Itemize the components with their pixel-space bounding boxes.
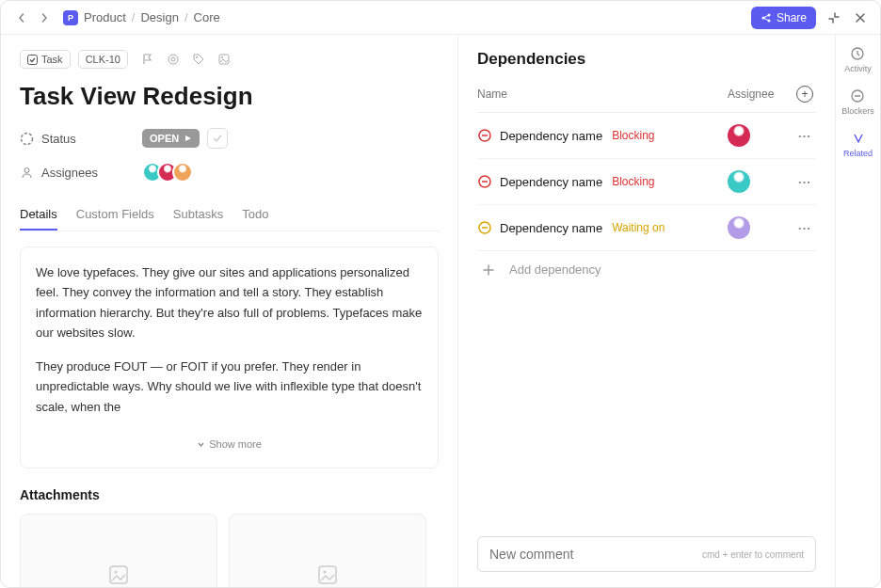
tab-todo[interactable]: Todo	[242, 199, 268, 230]
target-icon[interactable]	[167, 53, 181, 67]
dep-col-name: Name	[477, 87, 728, 101]
tag-icon[interactable]	[192, 53, 206, 67]
comment-hint: cmd + enter to comment	[702, 549, 804, 560]
dependency-name: Dependency name	[500, 175, 602, 189]
dependency-status: Blocking	[612, 129, 654, 142]
activity-icon	[850, 46, 865, 61]
related-icon	[851, 131, 866, 146]
dependency-row[interactable]: Dependency name Blocking ···	[477, 159, 816, 205]
assignees-label: Assignees	[20, 166, 142, 180]
dep-col-assignee: Assignee	[728, 87, 793, 101]
add-dependency-button[interactable]: +	[796, 86, 813, 103]
attachment-placeholder[interactable]	[20, 514, 217, 587]
nav-back-button[interactable]	[12, 8, 31, 27]
share-icon	[761, 12, 772, 24]
dependency-name: Dependency name	[500, 221, 602, 235]
rail-blockers[interactable]: Blockers	[841, 88, 874, 116]
blocker-icon	[477, 174, 500, 189]
flag-icon[interactable]	[141, 53, 155, 67]
right-rail: Activity Blockers Related	[835, 35, 880, 587]
attachments-title: Attachments	[20, 487, 439, 502]
description-para: They produce FOUT — or FOIT if you prefe…	[36, 357, 423, 417]
description-para: We love typefaces. They give our sites a…	[36, 262, 423, 343]
breadcrumb-core[interactable]: Core	[194, 10, 220, 24]
svg-rect-3	[28, 55, 38, 64]
play-icon	[184, 135, 192, 142]
status-icon	[20, 132, 34, 146]
task-type-chip[interactable]: Task	[20, 50, 71, 69]
blocker-icon	[477, 220, 500, 235]
comment-input[interactable]	[489, 547, 702, 562]
tab-subtasks[interactable]: Subtasks	[173, 199, 223, 230]
image-placeholder-icon	[108, 564, 129, 585]
dependency-name: Dependency name	[500, 129, 602, 143]
svg-point-5	[171, 57, 175, 61]
plus-icon	[483, 264, 494, 276]
share-button[interactable]: Share	[751, 7, 816, 29]
person-icon	[20, 166, 34, 180]
more-icon[interactable]: ···	[793, 175, 816, 189]
close-icon[interactable]	[852, 9, 869, 26]
dependency-status: Blocking	[612, 175, 654, 188]
svg-rect-7	[219, 55, 229, 64]
status-label: Status	[20, 132, 142, 146]
collapse-icon[interactable]	[825, 9, 842, 26]
status-complete-checkbox[interactable]	[207, 128, 228, 149]
dependencies-pane: Dependencies Name Assignee + Dependency …	[457, 35, 835, 587]
svg-point-14	[324, 571, 327, 574]
avatar[interactable]	[728, 216, 750, 239]
task-check-icon	[27, 55, 38, 65]
assignee-avatars[interactable]	[142, 162, 193, 183]
dependency-row[interactable]: Dependency name Blocking ···	[477, 113, 816, 159]
description-box[interactable]: We love typefaces. They give our sites a…	[20, 246, 439, 469]
dependencies-title: Dependencies	[477, 50, 816, 69]
breadcrumb-design[interactable]: Design	[140, 10, 178, 24]
rail-related[interactable]: Related	[843, 131, 873, 158]
more-icon[interactable]: ···	[793, 129, 816, 143]
avatar[interactable]	[728, 124, 750, 147]
topbar: P Product / Design / Core Share	[1, 1, 880, 35]
svg-point-4	[168, 55, 178, 64]
comment-box[interactable]: cmd + enter to comment	[477, 536, 816, 572]
image-placeholder-icon	[317, 564, 338, 585]
more-icon[interactable]: ···	[793, 221, 816, 235]
avatar[interactable]	[172, 162, 193, 183]
svg-point-6	[196, 56, 198, 58]
add-dependency-row[interactable]: Add dependency	[477, 251, 816, 288]
image-icon[interactable]	[217, 53, 232, 67]
svg-point-8	[221, 56, 223, 58]
blockers-icon	[850, 88, 865, 103]
svg-point-9	[22, 133, 33, 144]
task-id-chip[interactable]: CLK-10	[78, 50, 128, 69]
svg-point-12	[115, 571, 118, 574]
task-detail-pane: Task CLK-10 Task View Redesign Status OP…	[1, 35, 457, 587]
chevron-down-icon	[197, 440, 205, 449]
attachment-placeholder[interactable]	[229, 514, 426, 587]
breadcrumb: P Product / Design / Core	[63, 10, 220, 25]
nav-forward-button[interactable]	[35, 8, 54, 27]
rail-activity[interactable]: Activity	[844, 46, 872, 73]
status-pill[interactable]: OPEN	[142, 129, 200, 148]
breadcrumb-product[interactable]: Product	[84, 10, 126, 24]
task-tabs: Details Custom Fields Subtasks Todo	[20, 199, 439, 231]
dependency-row[interactable]: Dependency name Waiting on ···	[477, 205, 816, 251]
avatar[interactable]	[728, 170, 750, 193]
tab-custom-fields[interactable]: Custom Fields	[76, 199, 154, 230]
task-title[interactable]: Task View Redesign	[20, 82, 439, 111]
workspace-icon[interactable]: P	[63, 10, 78, 25]
blocker-icon	[477, 128, 500, 143]
dependency-status: Waiting on	[612, 221, 665, 234]
svg-point-10	[24, 167, 29, 172]
tab-details[interactable]: Details	[20, 199, 57, 230]
